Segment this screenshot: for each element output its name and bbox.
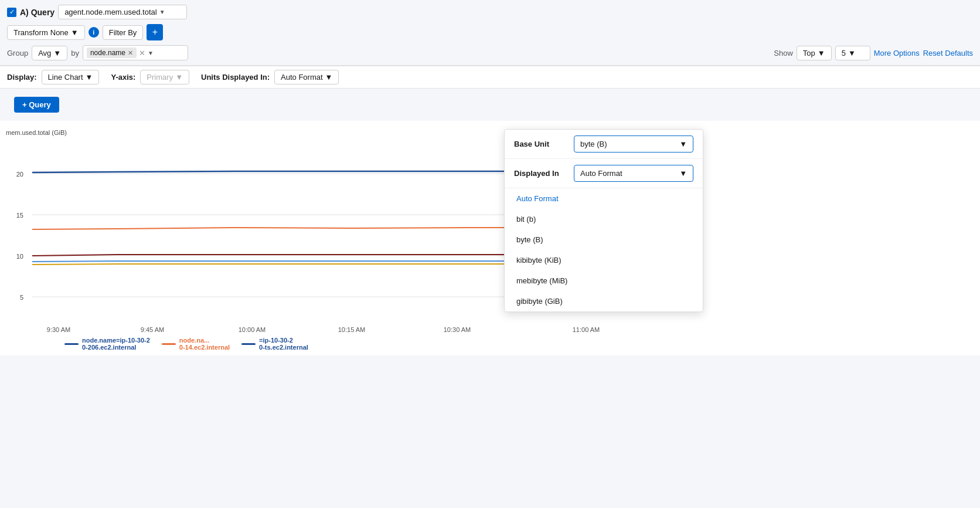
svg-text:9:30 AM: 9:30 AM xyxy=(47,326,70,333)
options-list: Auto Formatbit (b)byte (B)kibibyte (KiB)… xyxy=(505,188,703,311)
query-checkbox[interactable]: ✓ xyxy=(7,8,16,17)
option-item[interactable]: byte (B) xyxy=(505,229,703,250)
top-value: Top xyxy=(803,49,815,57)
svg-text:20: 20 xyxy=(16,171,23,178)
yaxis-caret-icon: ▼ xyxy=(175,73,183,82)
tag-chip-value: node.name xyxy=(90,49,125,57)
base-unit-row: Base Unit byte (B) ▼ xyxy=(505,130,703,159)
displayed-in-caret-icon: ▼ xyxy=(679,169,687,178)
yaxis-label: Y-axis: xyxy=(111,73,135,82)
svg-text:10: 10 xyxy=(16,253,23,260)
group-show-row: Group Avg ▼ by node.name ✕ ✕ ▼ Show Top … xyxy=(7,45,973,60)
legend-label-3: =ip-10-30-20-ts.ec2.internal xyxy=(259,337,308,351)
clear-tag-icon[interactable]: ✕ xyxy=(139,49,145,57)
option-item[interactable]: gibibyte (GiB) xyxy=(505,291,703,311)
metric-caret-icon: ▼ xyxy=(159,9,165,15)
top-dropdown[interactable]: Top ▼ xyxy=(797,46,832,60)
avg-dropdown[interactable]: Avg ▼ xyxy=(32,46,67,60)
legend-color-1 xyxy=(64,343,79,345)
filter-by-dropdown[interactable]: Filter By xyxy=(103,25,144,40)
by-label: by xyxy=(71,49,79,57)
more-options-link[interactable]: More Options xyxy=(874,49,920,57)
svg-text:9:45 AM: 9:45 AM xyxy=(141,326,164,333)
transform-value: None xyxy=(50,28,69,37)
tag-chip: node.name ✕ xyxy=(87,48,137,58)
show-section: Show Top ▼ 5 ▼ More Options Reset Defaul… xyxy=(774,46,973,60)
query-label: A) Query xyxy=(20,8,55,17)
transform-row: Transform None ▼ i Filter By + xyxy=(7,24,973,40)
units-dropdown-panel: Base Unit byte (B) ▼ Displayed In Auto F… xyxy=(504,129,703,312)
units-dropdown[interactable]: Auto Format ▼ xyxy=(274,70,339,84)
reset-defaults-link[interactable]: Reset Defaults xyxy=(923,49,973,57)
top-num-value: 5 xyxy=(842,49,846,57)
legend-item-1: node.name=ip-10-30-20-206.ec2.internal xyxy=(64,337,150,351)
svg-text:15: 15 xyxy=(16,212,23,219)
yaxis-value: Primary xyxy=(147,73,173,82)
svg-text:10:30 AM: 10:30 AM xyxy=(444,326,471,333)
display-row: Display: Line Chart ▼ Y-axis: Primary ▼ … xyxy=(0,66,980,89)
group-by-input[interactable]: node.name ✕ ✕ ▼ xyxy=(83,45,188,60)
filter-by-label: Filter By xyxy=(109,28,137,37)
show-label: Show xyxy=(774,49,793,57)
transform-label: Transform xyxy=(13,28,48,37)
base-unit-label: Base Unit xyxy=(514,140,567,148)
chart-area: mem.used.total (GiB) 5 10 15 20 9:30 AM … xyxy=(0,121,980,355)
chart-type-value: Line Chart xyxy=(48,73,83,82)
tag-chip-remove[interactable]: ✕ xyxy=(128,49,133,57)
top-num-dropdown[interactable]: 5 ▼ xyxy=(835,46,870,60)
group-label: Group xyxy=(7,49,28,57)
legend-label-1: node.name=ip-10-30-20-206.ec2.internal xyxy=(82,337,150,351)
avg-value: Avg xyxy=(38,49,51,57)
metric-dropdown[interactable]: agent.node.mem.used.total ▼ xyxy=(58,5,187,19)
top-num-caret-icon: ▼ xyxy=(848,49,856,57)
legend-color-2 xyxy=(162,343,176,345)
units-caret-icon: ▼ xyxy=(325,73,333,82)
add-query-label: + Query xyxy=(22,100,51,109)
tag-input-chevron-icon[interactable]: ▼ xyxy=(148,50,154,56)
toolbar-area: ✓ A) Query agent.node.mem.used.total ▼ T… xyxy=(0,0,980,66)
add-query-area: + Query xyxy=(0,89,980,121)
legend-area: node.name=ip-10-30-20-206.ec2.internal n… xyxy=(29,337,980,351)
transform-caret-icon: ▼ xyxy=(71,28,79,37)
units-value: Auto Format xyxy=(281,73,323,82)
units-label: Units Displayed In: xyxy=(201,73,270,82)
displayed-in-value: Auto Format xyxy=(580,169,622,178)
yaxis-dropdown[interactable]: Primary ▼ xyxy=(140,70,189,84)
metric-value: agent.node.mem.used.total xyxy=(64,8,157,16)
base-unit-value: byte (B) xyxy=(580,140,607,148)
checkbox-query-group: ✓ A) Query xyxy=(7,8,55,17)
svg-text:5: 5 xyxy=(20,294,23,301)
displayed-in-label: Displayed In xyxy=(514,169,567,178)
option-item[interactable]: Auto Format xyxy=(505,188,703,209)
option-item[interactable]: mebibyte (MiB) xyxy=(505,270,703,291)
query-row: ✓ A) Query agent.node.mem.used.total ▼ xyxy=(7,5,973,19)
avg-caret-icon: ▼ xyxy=(53,49,61,57)
legend-item-3: =ip-10-30-20-ts.ec2.internal xyxy=(241,337,308,351)
svg-text:10:15 AM: 10:15 AM xyxy=(338,326,365,333)
legend-color-3 xyxy=(241,343,256,345)
transform-dropdown[interactable]: Transform None ▼ xyxy=(7,25,85,40)
chart-type-caret-icon: ▼ xyxy=(86,73,93,82)
base-unit-dropdown[interactable]: byte (B) ▼ xyxy=(574,136,693,153)
add-query-button[interactable]: + Query xyxy=(14,97,59,113)
base-unit-caret-icon: ▼ xyxy=(679,140,687,148)
legend-item-2: node.na...0-14.ec2.internal xyxy=(162,337,230,351)
svg-text:11:00 AM: 11:00 AM xyxy=(573,326,600,333)
option-item[interactable]: kibibyte (KiB) xyxy=(505,250,703,270)
displayed-in-dropdown[interactable]: Auto Format ▼ xyxy=(574,165,693,182)
option-item[interactable]: bit (b) xyxy=(505,209,703,229)
legend-label-2: node.na...0-14.ec2.internal xyxy=(179,337,230,351)
displayed-in-row: Displayed In Auto Format ▼ xyxy=(505,159,703,188)
display-label: Display: xyxy=(7,73,37,82)
info-icon[interactable]: i xyxy=(89,27,99,38)
svg-text:10:00 AM: 10:00 AM xyxy=(239,326,266,333)
top-caret-icon: ▼ xyxy=(818,49,825,57)
add-filter-button[interactable]: + xyxy=(147,24,163,40)
chart-type-dropdown[interactable]: Line Chart ▼ xyxy=(42,70,100,84)
chart-svg: 5 10 15 20 9:30 AM 9:45 AM 10:00 AM 10:1… xyxy=(0,121,980,355)
